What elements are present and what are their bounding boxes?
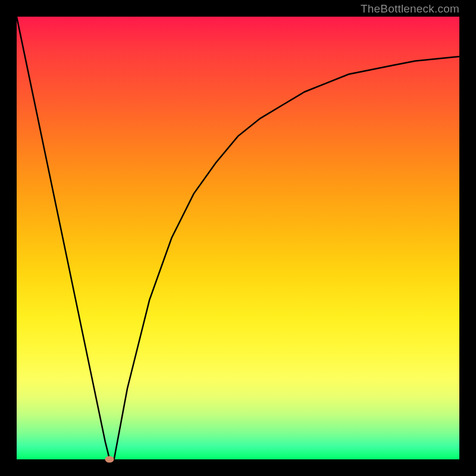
watermark-text: TheBottleneck.com	[361, 2, 459, 15]
chart-area	[17, 17, 459, 459]
curve-svg	[17, 17, 459, 459]
optimal-marker	[105, 456, 114, 463]
bottleneck-curve	[17, 17, 459, 459]
